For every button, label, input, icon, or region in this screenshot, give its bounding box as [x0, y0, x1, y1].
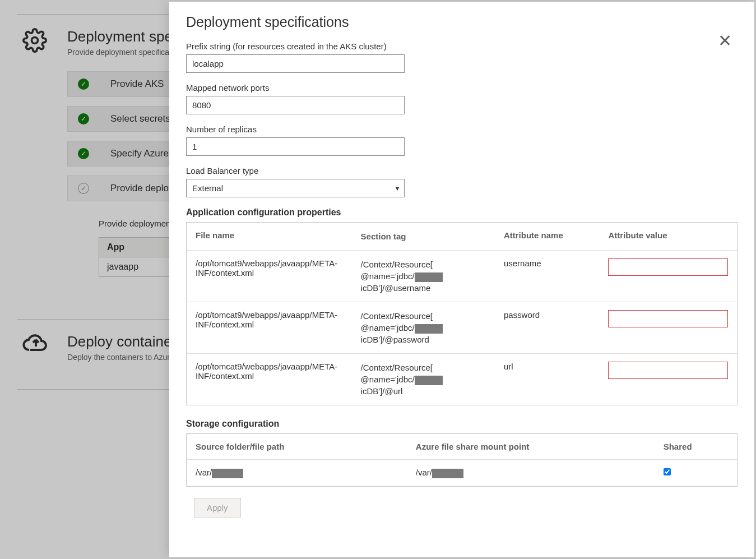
redacted-text	[432, 469, 463, 478]
attr-value-input[interactable]	[608, 258, 728, 276]
close-icon[interactable]: ✕	[718, 31, 732, 50]
redacted-text	[415, 272, 443, 282]
replicas-input[interactable]	[186, 137, 405, 156]
cell-source-path: /var/	[187, 460, 407, 486]
col-source-path: Source folder/file path	[187, 434, 407, 459]
cell-filename: /opt/tomcat9/webapps/javaapp/META-INF/co…	[187, 251, 352, 302]
cell-filename: /opt/tomcat9/webapps/javaapp/META-INF/co…	[187, 354, 352, 405]
cell-attr-name: username	[495, 251, 600, 302]
apply-button[interactable]: Apply	[194, 498, 241, 518]
attr-value-input[interactable]	[608, 362, 728, 379]
attr-value-input[interactable]	[608, 310, 728, 327]
col-shared: Shared	[655, 434, 737, 459]
cell-mount-point: /var/	[407, 460, 655, 486]
cell-filename: /opt/tomcat9/webapps/javaapp/META-INF/co…	[187, 302, 352, 353]
cell-section-tag: /Context/Resource[ @name='jdbc/ icDB']/@…	[352, 354, 495, 405]
config-properties-grid: File name Section tag Attribute name Att…	[186, 222, 738, 405]
shared-checkbox[interactable]	[664, 468, 671, 475]
prefix-input[interactable]	[186, 54, 405, 73]
config-row: /opt/tomcat9/webapps/javaapp/META-INF/co…	[187, 302, 737, 353]
deployment-spec-panel: Deployment specifications ✕ Prefix strin…	[169, 2, 754, 557]
storage-config-grid: Source folder/file path Azure file share…	[186, 433, 738, 487]
cell-section-tag: /Context/Resource[ @name='jdbc/ icDB']/@…	[352, 302, 495, 353]
config-row: /opt/tomcat9/webapps/javaapp/META-INF/co…	[187, 353, 737, 405]
config-section-heading: Application configuration properties	[186, 207, 738, 218]
replicas-label: Number of replicas	[186, 124, 738, 134]
redacted-text	[415, 376, 443, 385]
storage-row: /var/ /var/	[187, 459, 737, 486]
lb-type-select[interactable]: External	[186, 179, 405, 197]
ports-input[interactable]	[186, 96, 405, 114]
col-filename: File name	[187, 223, 352, 250]
redacted-text	[415, 324, 443, 334]
col-attr-name: Attribute name	[495, 223, 600, 250]
prefix-label: Prefix string (for resources created in …	[186, 41, 738, 51]
ports-label: Mapped network ports	[186, 83, 738, 93]
col-mount-point: Azure file share mount point	[407, 434, 655, 459]
cell-section-tag: /Context/Resource[ @name='jdbc/ icDB']/@…	[352, 251, 495, 302]
redacted-text	[212, 469, 243, 478]
config-row: /opt/tomcat9/webapps/javaapp/META-INF/co…	[187, 250, 737, 302]
col-attr-value: Attribute value	[599, 223, 737, 250]
col-section-tag: Section tag	[352, 223, 495, 250]
cell-attr-name: password	[495, 302, 600, 353]
cell-attr-name: url	[495, 354, 600, 405]
storage-section-heading: Storage configuration	[186, 419, 738, 429]
panel-title: Deployment specifications	[186, 14, 738, 30]
lb-type-label: Load Balancer type	[186, 166, 738, 175]
